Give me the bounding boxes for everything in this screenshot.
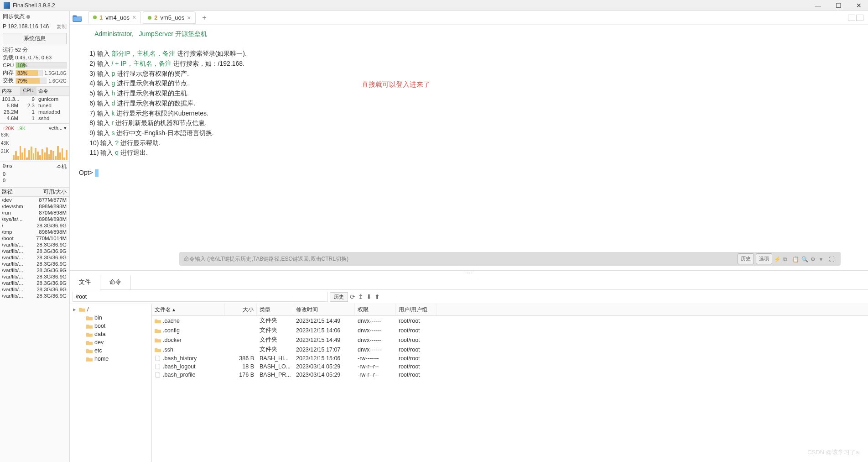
- process-row[interactable]: 101.3...9gunicorn: [0, 96, 69, 102]
- disk-row[interactable]: /var/lib/...28.3G/36.9G: [0, 261, 69, 267]
- disk-row[interactable]: /var/lib/...28.3G/36.9G: [0, 267, 69, 273]
- disk-row[interactable]: /var/lib/...28.3G/36.9G: [0, 280, 69, 286]
- tab-bar: 1vm4_uos×2vm5_uos× +: [70, 11, 868, 25]
- interface-select[interactable]: veth... ▾: [49, 125, 67, 131]
- cursor-icon: [95, 169, 99, 177]
- path-bar: 历史 ⟳ ↥ ⬇ ⬆: [70, 290, 868, 304]
- file-row[interactable]: .config文件夹2023/12/15 14:06drwx------root…: [152, 326, 868, 335]
- folder-icon: [86, 332, 93, 337]
- copy-icon[interactable]: ⧉: [783, 255, 790, 262]
- app-title: FinalShell 3.9.8.2: [13, 2, 812, 9]
- tree-item[interactable]: boot: [70, 322, 151, 330]
- disk-row[interactable]: /boot770M/1014M: [0, 235, 69, 242]
- path-input[interactable]: [73, 292, 328, 302]
- process-row[interactable]: 4.6M1sshd: [0, 115, 69, 121]
- file-row[interactable]: .ssh文件夹2023/12/15 17:07drwx------root/ro…: [152, 345, 868, 354]
- upload-icon[interactable]: ↥: [358, 293, 364, 300]
- folder-icon: [86, 315, 93, 320]
- tab-file[interactable]: 文件: [70, 275, 100, 290]
- app-icon: [4, 2, 10, 9]
- disk-row[interactable]: /sys/fs/...898M/898M: [0, 216, 69, 222]
- minimize-button[interactable]: —: [812, 2, 824, 9]
- terminal[interactable]: Administrator, JumpServer 开源堡垒机 1) 输入 部分…: [70, 25, 868, 270]
- tab-command[interactable]: 命令: [100, 275, 131, 289]
- tree-item[interactable]: etc: [70, 346, 151, 355]
- folder-icon: [155, 347, 161, 352]
- add-tab-button[interactable]: +: [198, 12, 211, 24]
- upload2-icon[interactable]: ⬆: [374, 293, 380, 300]
- disk-row[interactable]: /var/lib/...28.3G/36.9G: [0, 273, 69, 280]
- disk-row[interactable]: /dev877M/877M: [0, 197, 69, 203]
- file-row[interactable]: .docker文件夹2023/12/15 14:49drwx------root…: [152, 335, 868, 345]
- network-row: ↑20K ↓9K veth... ▾: [0, 123, 69, 132]
- close-tab-icon[interactable]: ×: [132, 14, 136, 21]
- copy-button[interactable]: 复制: [57, 23, 67, 30]
- disk-row[interactable]: /28.3G/36.9G: [0, 222, 69, 229]
- status-dot-icon: [148, 16, 151, 20]
- watermark: CSDN @该学习了a: [807, 448, 859, 457]
- folder-icon: [86, 340, 93, 345]
- close-button[interactable]: ✕: [853, 2, 864, 9]
- network-chart: 63K 43K 21K: [0, 132, 69, 160]
- download-rate: ↓9K: [17, 126, 26, 131]
- command-placeholder: 命令输入 (按ALT键提示历史,TAB键路径,ESC键返回,双击CTRL切换): [184, 255, 738, 263]
- sync-status: 同步状态: [0, 11, 69, 22]
- file-row[interactable]: .bash_profile176 BBASH_PR...2023/03/14 0…: [152, 371, 868, 379]
- tree-item[interactable]: data: [70, 330, 151, 338]
- session-tab[interactable]: 1vm4_uos×: [88, 11, 141, 24]
- bolt-icon[interactable]: ⚡: [774, 255, 781, 262]
- disk-row[interactable]: /var/lib/...28.3G/36.9G: [0, 248, 69, 254]
- disk-row[interactable]: /var/lib/...28.3G/36.9G: [0, 254, 69, 261]
- session-tab[interactable]: 2vm5_uos×: [143, 11, 196, 24]
- folder-icon: [86, 324, 93, 329]
- disk-header: 路径 可用/大小: [0, 188, 69, 197]
- grid-view-icon[interactable]: [848, 15, 855, 21]
- open-folder-icon[interactable]: [73, 14, 83, 22]
- latency-val-1: 0: [3, 171, 67, 177]
- latency-row: 0ms 本机: [0, 162, 69, 171]
- folder-tree[interactable]: ▸ / binbootdatadevetchome: [70, 304, 152, 462]
- download-icon[interactable]: ⬇: [366, 293, 372, 300]
- terminal-user: Administrator,: [94, 30, 134, 37]
- search-icon[interactable]: 🔍: [801, 255, 809, 262]
- command-input-bar[interactable]: 命令输入 (按ALT键提示历史,TAB键路径,ESC键返回,双击CTRL切换) …: [179, 252, 841, 266]
- paste-icon[interactable]: 📋: [792, 255, 800, 262]
- file-row[interactable]: .bash_logout18 BBASH_LO...2023/03/14 05:…: [152, 362, 868, 371]
- file-row[interactable]: .bash_history386 BBASH_HI...2023/12/15 1…: [152, 354, 868, 362]
- tree-item[interactable]: dev: [70, 338, 151, 346]
- maximize-button[interactable]: ☐: [833, 2, 844, 9]
- disk-row[interactable]: /run870M/898M: [0, 210, 69, 216]
- disk-row[interactable]: /var/lib/...28.3G/36.9G: [0, 286, 69, 293]
- tree-item[interactable]: home: [70, 355, 151, 363]
- title-bar: FinalShell 3.9.8.2 — ☐ ✕: [0, 0, 868, 11]
- resize-handle[interactable]: : : : :: [70, 271, 868, 275]
- history-button[interactable]: 历史: [738, 253, 754, 264]
- close-tab-icon[interactable]: ×: [187, 14, 191, 21]
- uptime: 运行 52 分: [0, 46, 69, 54]
- split-view-icon[interactable]: [856, 15, 863, 21]
- disk-row[interactable]: /tmp898M/898M: [0, 229, 69, 235]
- gear-icon[interactable]: ⚙: [811, 255, 818, 262]
- disk-row[interactable]: /var/lib/...28.3G/36.9G: [0, 242, 69, 248]
- tree-root[interactable]: ▸ /: [70, 305, 151, 314]
- disk-row[interactable]: /dev/shm898M/898M: [0, 203, 69, 210]
- refresh-icon[interactable]: ⟳: [350, 293, 355, 300]
- annotation-text: 直接就可以登入进来了: [362, 79, 430, 90]
- fullscreen-icon[interactable]: ⛶: [829, 255, 836, 262]
- folder-icon: [155, 337, 161, 343]
- file-list[interactable]: 文件名 ▴ 大小 类型 修改时间 权限 用户/用户组 .cache文件夹2023…: [152, 304, 868, 462]
- options-button[interactable]: 选项: [756, 253, 772, 264]
- lower-panel: : : : : 文件 命令 历史 ⟳ ↥ ⬇ ⬆ ▸: [70, 270, 868, 462]
- process-row[interactable]: 6.8M2.3tuned: [0, 102, 69, 109]
- tree-item[interactable]: bin: [70, 314, 151, 322]
- path-history-button[interactable]: 历史: [330, 292, 348, 302]
- process-row[interactable]: 26.2M1mariadbd: [0, 109, 69, 115]
- folder-icon: [86, 348, 93, 353]
- system-info-button[interactable]: 系统信息: [3, 33, 67, 44]
- chevron-down-icon[interactable]: ▾: [820, 255, 827, 262]
- disk-row[interactable]: /var/lib/...28.3G/36.9G: [0, 293, 69, 299]
- file-list-header: 文件名 ▴ 大小 类型 修改时间 权限 用户/用户组: [152, 304, 868, 316]
- sidebar: 同步状态 P 192.168.116.146 复制 系统信息 运行 52 分 负…: [0, 11, 70, 462]
- upload-rate: ↑20K: [3, 126, 14, 131]
- file-row[interactable]: .cache文件夹2023/12/15 14:49drwx------root/…: [152, 316, 868, 326]
